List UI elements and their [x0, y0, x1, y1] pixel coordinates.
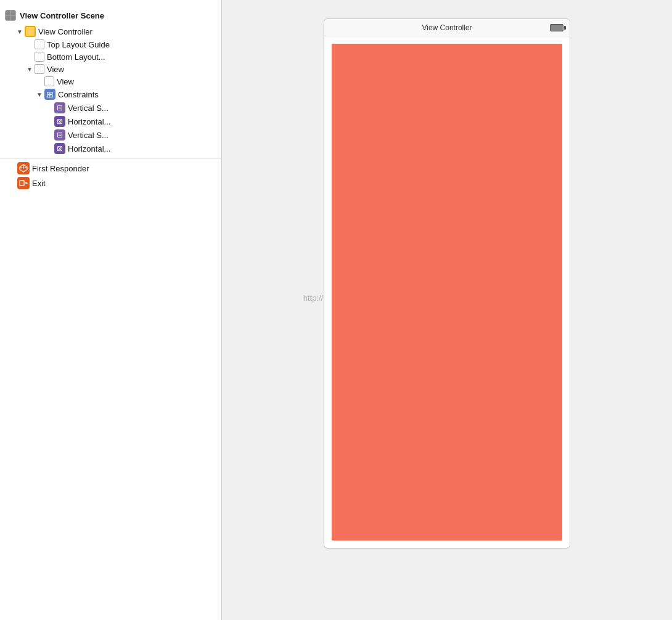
top-layout-guide-row[interactable]: Top Layout Guide: [0, 38, 221, 51]
vertical-s-1-row[interactable]: Vertical S...: [0, 101, 221, 115]
constraints-label: Constraints: [58, 90, 99, 99]
disclosure-exit: [7, 180, 17, 187]
exit-label: Exit: [32, 179, 46, 188]
bottom-layout-label: Bottom Layout...: [47, 52, 105, 62]
first-responder-row[interactable]: First Responder: [0, 161, 221, 176]
disclosure-vertical-2: [44, 132, 54, 139]
red-view: [332, 44, 562, 540]
vertical-s-1-icon: [54, 102, 65, 113]
phone-title-label: View Controller: [422, 23, 472, 32]
disclosure-constraints: ▼: [35, 91, 44, 98]
vertical-s-1-label: Vertical S...: [68, 104, 109, 113]
disclosure-view-controller: ▼: [15, 28, 25, 35]
horizontal-1-icon: [54, 116, 65, 127]
view-child-icon: [44, 76, 54, 86]
bottom-layout-row[interactable]: Bottom Layout...: [0, 51, 221, 63]
battery-icon: [550, 24, 563, 31]
phone-mockup: View Controller: [324, 18, 570, 549]
constraints-row[interactable]: ▼ Constraints: [0, 88, 221, 101]
disclosure-first-responder: [7, 165, 17, 172]
disclosure-horizontal-1: [44, 118, 54, 125]
horizontal-2-icon: [54, 143, 65, 154]
horizontal-2-label: Horizontal...: [68, 144, 110, 153]
vertical-s-2-row[interactable]: Vertical S...: [0, 128, 221, 142]
view-child-row[interactable]: View: [0, 75, 221, 88]
view-parent-icon: [35, 64, 44, 74]
exit-icon: [17, 177, 30, 189]
view-controller-row[interactable]: ▼ View Controller: [0, 25, 221, 38]
section-divider: [0, 158, 221, 158]
vertical-s-2-icon: [54, 129, 65, 141]
phone-content: [324, 36, 570, 548]
svg-rect-7: [20, 181, 24, 186]
scene-icon: [5, 10, 16, 21]
horizontal-1-label: Horizontal...: [68, 117, 110, 126]
vertical-s-2-label: Vertical S...: [68, 131, 109, 140]
horizontal-2-row[interactable]: Horizontal...: [0, 142, 221, 155]
view-parent-row[interactable]: ▼ View: [0, 63, 221, 75]
disclosure-vertical-1: [44, 105, 54, 112]
bottom-layout-icon: [35, 52, 44, 62]
disclosure-view-child: [35, 78, 44, 85]
phone-title-bar: View Controller: [324, 19, 570, 36]
top-layout-guide-label: Top Layout Guide: [47, 40, 110, 49]
view-parent-label: View: [47, 65, 64, 74]
svg-line-6: [23, 167, 27, 168]
disclosure-view-parent: ▼: [25, 66, 35, 73]
first-responder-label: First Responder: [32, 164, 89, 173]
view-controller-icon: [25, 26, 36, 37]
view-child-label: View: [57, 77, 74, 86]
scene-title-label: View Controller Scene: [20, 11, 104, 20]
document-outline: View Controller Scene ▼ View Controller …: [0, 0, 222, 620]
disclosure-bottom-layout: [25, 54, 35, 60]
view-controller-label: View Controller: [38, 27, 92, 36]
scene-title-row[interactable]: View Controller Scene: [0, 6, 221, 25]
top-layout-icon: [35, 39, 44, 49]
disclosure-top-layout: [25, 41, 35, 48]
disclosure-horizontal-2: [44, 145, 54, 152]
constraints-icon: [44, 89, 55, 100]
canvas-area: http://blog.csdn.net/lishangfu2013 → Vie…: [222, 0, 672, 620]
horizontal-1-row[interactable]: Horizontal...: [0, 115, 221, 128]
first-responder-icon: [17, 162, 30, 174]
exit-row[interactable]: Exit: [0, 176, 221, 190]
svg-line-5: [20, 167, 23, 168]
